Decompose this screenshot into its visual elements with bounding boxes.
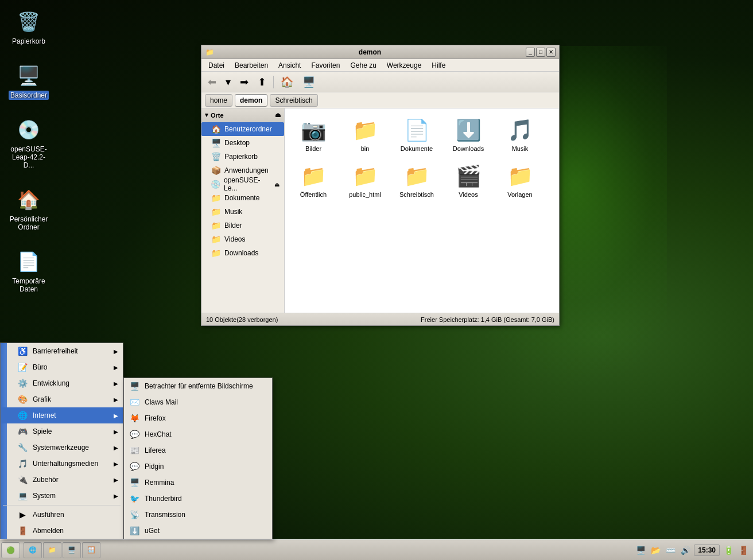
file-item-musik[interactable]: 🎵 Musik <box>497 114 543 154</box>
submenu-liferea[interactable]: 📰 Liferea <box>124 442 272 458</box>
sidebar-item-benutzerordner[interactable]: 🏠 Benutzerordner <box>201 122 284 136</box>
computer-icon: 🖥️ <box>15 62 42 90</box>
statusbar-count: 10 Objekte(28 verborgen) <box>206 316 415 323</box>
location-home-btn[interactable]: home <box>205 94 232 107</box>
sidebar-item-opensuse[interactable]: 💿 openSUSE-Le... ⏏ <box>201 177 284 191</box>
file-item-bin[interactable]: 📁 bin <box>342 114 388 154</box>
submenu-firefox[interactable]: 🦊 Firefox <box>124 410 272 426</box>
dev-icon: ⚙️ <box>17 378 28 389</box>
taskbar-app-window[interactable]: 🪟 <box>82 542 100 558</box>
vorlagen-folder-icon: 📁 <box>506 162 534 190</box>
menu-unterhaltungsmedien[interactable]: 🎵 Unterhaltungsmedien ▶ <box>1 456 123 472</box>
window-title: demon <box>216 48 523 56</box>
taskbar-app-browser[interactable]: 🌐 <box>24 542 42 558</box>
file-item-oeffentlich[interactable]: 📁 Öffentlich <box>290 160 336 200</box>
home-nav-button[interactable]: 🏠 <box>277 74 297 90</box>
submenu-uget[interactable]: ⬇️ uGet <box>124 523 272 539</box>
desktop-icon-papierkorb[interactable]: 🗑️ Papierkorb <box>6 6 52 48</box>
file-item-bilder[interactable]: 📷 Bilder <box>290 114 336 154</box>
menu-buero[interactable]: 📝 Büro ▶ <box>1 359 123 375</box>
desktop-switch-icon: 🖥️ <box>68 546 76 554</box>
arrow-icon: ▶ <box>114 493 118 499</box>
location-schreibtisch-btn[interactable]: Schreibtisch <box>270 94 317 107</box>
back-dropdown-button[interactable]: ▾ <box>222 74 235 90</box>
sidebar-item-bilder[interactable]: 📁 Bilder <box>201 219 284 232</box>
arrow-icon: ▶ <box>114 461 118 467</box>
close-button[interactable]: ✕ <box>546 48 556 57</box>
desktop-icons-container: 🗑️ Papierkorb 🖥️ Basisordner 💿 openSUSE-… <box>6 6 52 296</box>
sidebar-item-dokumente[interactable]: 📁 Dokumente <box>201 191 284 205</box>
transmission-icon: 📡 <box>129 509 140 520</box>
menu-bearbeiten[interactable]: Bearbeiten <box>230 60 273 71</box>
submenu-claws[interactable]: ✉️ Claws Mail <box>124 394 272 410</box>
start-button[interactable]: 🟢 <box>1 542 20 558</box>
sidebar-item-musik[interactable]: 📁 Musik <box>201 205 284 219</box>
sidebar-item-videos[interactable]: 📁 Videos <box>201 232 284 246</box>
home-folder-icon: 🏠 <box>211 125 221 134</box>
volume-icon[interactable]: 🔊 <box>679 544 692 557</box>
menu-gehe-zu[interactable]: Gehe zu <box>346 60 381 71</box>
menu-ausfuehren[interactable]: ▶ Ausführen <box>1 507 123 523</box>
logout-taskbar-icon[interactable]: 🚪 <box>737 544 750 557</box>
menu-abmelden[interactable]: 🚪 Abmelden <box>1 523 123 539</box>
arrow-icon: ▶ <box>114 364 118 371</box>
menu-entwicklung[interactable]: ⚙️ Entwicklung ▶ <box>1 375 123 391</box>
battery-icon[interactable]: 🔋 <box>722 544 735 557</box>
sidebar-item-downloads[interactable]: 📁 Downloads <box>201 246 284 260</box>
file-item-dokumente[interactable]: 📄 Dokumente <box>394 114 440 154</box>
desktop-icon-basisordner[interactable]: 🖥️ Basisordner <box>6 60 52 102</box>
file-item-downloads[interactable]: ⬇️ Downloads <box>445 114 491 154</box>
window-menubar: Datei Bearbeiten Ansicht Favoriten Gehe … <box>201 59 559 72</box>
sidebar-section-orte[interactable]: ▾ Orte ⏏ <box>201 108 284 122</box>
menu-hilfe[interactable]: Hilfe <box>427 60 450 71</box>
back-button[interactable]: ⬅ <box>204 74 220 90</box>
menu-werkzeuge[interactable]: Werkzeuge <box>382 60 426 71</box>
folder-taskbar-icon: 📁 <box>48 546 56 554</box>
submenu-remmina[interactable]: 🖥️ Remmina <box>124 475 272 491</box>
submenu-thunderbird[interactable]: 🐦 Thunderbird <box>124 491 272 507</box>
desktop-icon-temporaere[interactable]: 📄 Temporäre Daten <box>6 246 52 296</box>
menu-system[interactable]: 💻 System ▶ <box>1 488 123 504</box>
taskbar-app-folder[interactable]: 📁 <box>43 542 61 558</box>
menu-barrierefreiheit[interactable]: ♿ Barrierefreiheit ▶ <box>1 343 123 359</box>
file-item-videos[interactable]: 🎬 Videos <box>445 160 491 200</box>
sidebar-item-papierkorb[interactable]: 🗑️ Papierkorb <box>201 150 284 164</box>
arrow-icon: ▶ <box>114 445 118 451</box>
file-item-vorlagen[interactable]: 📁 Vorlagen <box>497 160 543 200</box>
menu-datei[interactable]: Datei <box>204 60 229 71</box>
disc-icon: 💿 <box>15 116 42 143</box>
statusbar-space: Freier Speicherplatz: 1,4 GiB (Gesamt: 7… <box>421 316 554 323</box>
computer-nav-button[interactable]: 🖥️ <box>298 74 319 90</box>
maximize-button[interactable]: □ <box>536 48 545 57</box>
submenu-pidgin[interactable]: 💬 Pidgin <box>124 458 272 475</box>
location-demon-btn[interactable]: demon <box>235 94 267 107</box>
menu-zubehoer[interactable]: 🔌 Zubehör ▶ <box>1 472 123 488</box>
taskbar-app-desktop-switch[interactable]: 🖥️ <box>63 542 81 558</box>
sidebar-item-anwendungen[interactable]: 📦 Anwendungen <box>201 164 284 177</box>
menu-grafik[interactable]: 🎨 Grafik ▶ <box>1 391 123 407</box>
forward-button[interactable]: ➡ <box>236 74 253 90</box>
desktop-icon-persoenlicher[interactable]: 🏠 Persönlicher Ordner <box>6 184 52 234</box>
up-button[interactable]: ⬆ <box>254 74 270 90</box>
submenu-transmission[interactable]: 📡 Transmission <box>124 507 272 523</box>
submenu-hexchat[interactable]: 💬 HexChat <box>124 426 272 442</box>
menu-internet[interactable]: 🌐 Internet ▶ <box>1 407 123 423</box>
file-item-schreibtisch[interactable]: 📁 Schreibtisch <box>394 160 440 200</box>
keyboard-icon[interactable]: ⌨️ <box>664 544 677 557</box>
taskbar: 🟢 🌐 📁 🖥️ 🪟 🖥️ 📂 ⌨️ 🔊 15:30 🔋 🚪 <box>0 539 753 560</box>
menu-favoriten[interactable]: Favoriten <box>306 60 344 71</box>
multimedia-icon: 🎵 <box>17 458 28 469</box>
file-item-public-html[interactable]: 📁 public_html <box>342 160 388 200</box>
menu-spiele[interactable]: 🎮 Spiele ▶ <box>1 423 123 440</box>
sidebar-item-desktop[interactable]: 🖥️ Desktop <box>201 136 284 150</box>
menu-systemwerkzeuge[interactable]: 🔧 Systemwerkzeuge ▶ <box>1 440 123 456</box>
titlebar-buttons: _ □ ✕ <box>526 48 556 57</box>
submenu-betrachter[interactable]: 🖥️ Betrachter für entfernte Bildschirme <box>124 378 272 394</box>
network-icon[interactable]: 🖥️ <box>634 544 647 557</box>
desktop-icon-label-opensuse: openSUSE-Leap-42.2-D... <box>8 145 49 170</box>
home-icon: 🏠 <box>15 186 42 213</box>
desktop-icon-opensuse[interactable]: 💿 openSUSE-Leap-42.2-D... <box>6 114 52 172</box>
files-icon[interactable]: 📂 <box>649 544 662 557</box>
menu-ansicht[interactable]: Ansicht <box>274 60 305 71</box>
minimize-button[interactable]: _ <box>526 48 535 57</box>
